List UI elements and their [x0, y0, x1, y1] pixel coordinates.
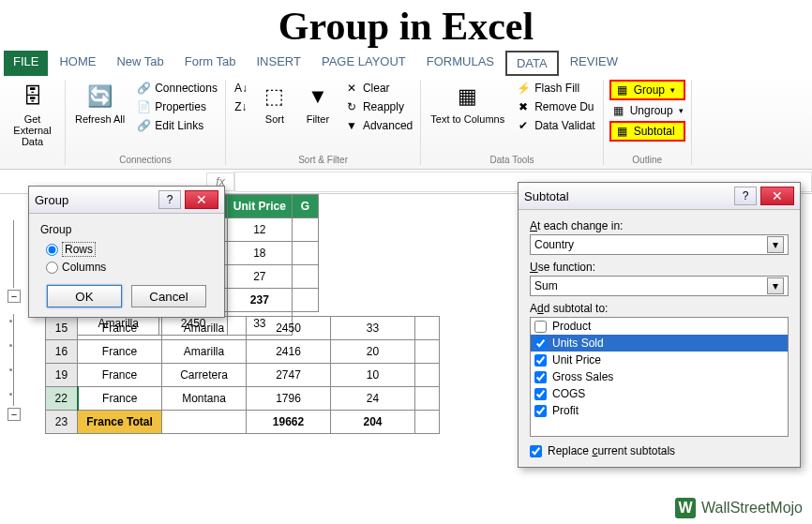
sort-asc-icon: A↓	[233, 81, 248, 96]
collapse-button[interactable]: −	[8, 290, 21, 303]
add-subtotal-label: Add subtotal to:	[530, 302, 789, 315]
radio-columns[interactable]: Columns	[46, 261, 213, 274]
close-button[interactable]: ✕	[760, 187, 794, 205]
columns-icon: ▦	[453, 82, 483, 112]
database-icon: 🗄	[18, 82, 48, 112]
cancel-button[interactable]: Cancel	[131, 285, 206, 307]
validation-icon: ✔	[516, 118, 531, 133]
collapse-button[interactable]: −	[8, 408, 21, 421]
reapply-icon: ↻	[344, 99, 359, 114]
col-header-g[interactable]: G	[292, 195, 318, 218]
properties-button[interactable]: 📄Properties	[134, 98, 219, 115]
chevron-down-icon: ▾	[767, 277, 784, 294]
replace-subtotals-checkbox[interactable]: Replace current subtotals	[530, 444, 789, 457]
get-external-data-button[interactable]: 🗄 Get External Data	[6, 80, 59, 149]
ok-button[interactable]: OK	[47, 285, 122, 307]
tab-home[interactable]: HOME	[50, 51, 105, 76]
tab-pagelayout[interactable]: PAGE LAYOUT	[312, 51, 415, 76]
tab-formulas[interactable]: FORMULAS	[417, 51, 504, 76]
edit-links-button[interactable]: 🔗Edit Links	[134, 117, 219, 134]
link-icon: 🔗	[136, 81, 151, 96]
sort-icon: ⬚	[260, 82, 290, 112]
list-item[interactable]: Unit Price	[531, 352, 788, 368]
data-grid-lower[interactable]: 15FranceAmarilla245033 16FranceAmarilla2…	[45, 316, 440, 434]
flash-fill-button[interactable]: ⚡Flash Fill	[514, 80, 596, 97]
list-item[interactable]: COGS	[531, 385, 788, 402]
tab-insert[interactable]: INSERT	[247, 51, 309, 76]
data-validation-button[interactable]: ✔Data Validat	[514, 117, 596, 134]
advanced-button[interactable]: ▼Advanced	[342, 117, 414, 134]
radio-rows[interactable]: Rows	[46, 242, 213, 257]
col-header-price[interactable]: Unit Price	[227, 195, 292, 218]
table-row: 22FranceMontana179624	[46, 387, 440, 411]
remove-dup-icon: ✖	[516, 99, 531, 114]
group-section-label: Group	[40, 223, 213, 236]
dialog-title: Subtotal	[524, 189, 730, 203]
at-each-change-combo[interactable]: Country▾	[530, 234, 789, 255]
list-item[interactable]: Product	[531, 318, 788, 335]
reapply-button[interactable]: ↻Reapply	[342, 98, 414, 115]
close-button[interactable]: ✕	[185, 190, 218, 209]
properties-icon: 📄	[136, 99, 151, 114]
tab-data[interactable]: DATA	[505, 51, 559, 76]
chevron-down-icon: ▾	[679, 106, 684, 115]
table-row: 16FranceAmarilla241620	[46, 340, 440, 364]
tab-review[interactable]: REVIEW	[561, 51, 627, 76]
group-dialog: Group ? ✕ Group Rows Columns OK Cancel	[28, 186, 225, 318]
subtotal-icon: ▦	[615, 124, 630, 139]
logo-icon: W	[675, 498, 696, 518]
advanced-icon: ▼	[344, 118, 359, 133]
tab-newtab[interactable]: New Tab	[107, 51, 173, 76]
sort-button[interactable]: ⬚ Sort	[256, 80, 293, 127]
sort-desc-icon: Z↓	[233, 99, 248, 114]
sort-az-button[interactable]: A↓	[232, 80, 250, 97]
list-item[interactable]: Units Sold	[531, 335, 788, 352]
help-button[interactable]: ?	[158, 190, 181, 209]
filter-button[interactable]: ▼ Filter	[299, 80, 337, 127]
group-icon: ▦	[615, 82, 630, 97]
watermark: W WallStreetMojo	[675, 498, 803, 518]
subtotal-dialog: Subtotal ? ✕ AAt each change in:t each c…	[518, 182, 801, 468]
at-each-change-label: AAt each change in:t each change in:	[530, 219, 789, 232]
refresh-icon: 🔄	[85, 82, 115, 112]
page-title: Group in Excel	[0, 0, 812, 51]
clear-icon: ✕	[344, 81, 359, 96]
use-function-combo[interactable]: Sum▾	[530, 276, 789, 296]
remove-duplicates-button[interactable]: ✖Remove Du	[514, 98, 596, 115]
dialog-title: Group	[35, 193, 155, 207]
refresh-all-button[interactable]: 🔄 Refresh All	[71, 80, 128, 127]
sort-za-button[interactable]: Z↓	[232, 98, 250, 115]
tab-file[interactable]: FILE	[4, 51, 48, 76]
group-button[interactable]: ▦Group▾	[609, 80, 685, 100]
ungroup-button[interactable]: ▦Ungroup▾	[609, 102, 685, 119]
chevron-down-icon: ▾	[670, 85, 675, 95]
ungroup-icon: ▦	[611, 103, 626, 118]
text-to-columns-button[interactable]: ▦ Text to Columns	[427, 80, 508, 127]
ribbon: 🗄 Get External Data 🔄 Refresh All 🔗Conne…	[0, 76, 812, 170]
subtotal-button[interactable]: ▦Subtotal	[609, 121, 685, 142]
add-subtotal-list[interactable]: Product Units Sold Unit Price Gross Sale…	[530, 317, 789, 437]
table-row: 15FranceAmarilla245033	[46, 317, 440, 340]
help-button[interactable]: ?	[734, 187, 757, 205]
chevron-down-icon: ▾	[767, 236, 784, 253]
use-function-label: Use function:	[530, 261, 789, 274]
table-row: 19FranceCarretera274710	[46, 364, 440, 387]
table-row: 23France Total19662204	[46, 411, 440, 434]
flash-icon: ⚡	[516, 81, 531, 96]
list-item[interactable]: Gross Sales	[531, 368, 788, 385]
list-item[interactable]: Profit	[531, 402, 788, 419]
funnel-icon: ▼	[303, 82, 333, 112]
edit-links-icon: 🔗	[136, 118, 151, 133]
clear-button[interactable]: ✕Clear	[342, 80, 414, 97]
tab-formtab[interactable]: Form Tab	[175, 51, 246, 76]
connections-button[interactable]: 🔗Connections	[134, 80, 219, 97]
ribbon-tabs: FILE HOME New Tab Form Tab INSERT PAGE L…	[0, 51, 812, 76]
